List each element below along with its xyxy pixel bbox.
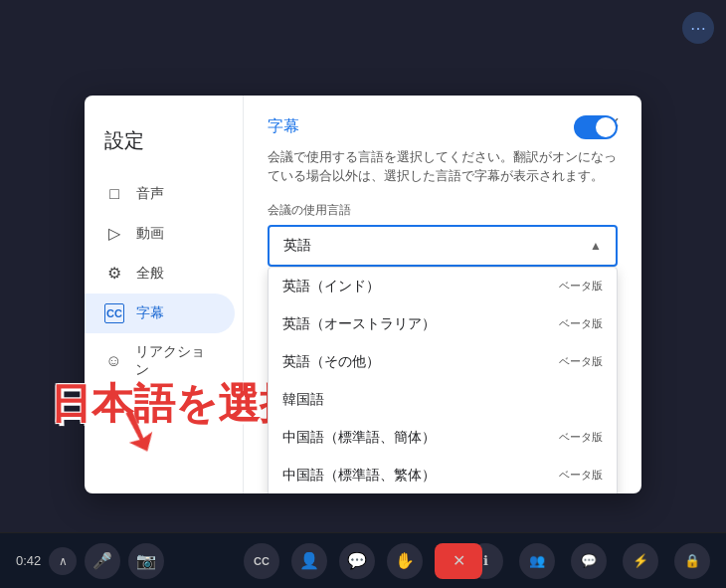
language-dropdown-selected[interactable]: 英語 ▲ bbox=[268, 225, 618, 267]
arrow-up-button[interactable]: ∧ bbox=[49, 547, 77, 575]
selected-language-text: 英語 bbox=[283, 237, 311, 255]
captions-icon: CC bbox=[104, 303, 124, 323]
language-dropdown-list: 英語（インド） ベータ版 英語（オーストラリア） ベータ版 英語（その他） ベー… bbox=[268, 267, 618, 493]
dropdown-item-label: 英語（その他） bbox=[282, 353, 380, 371]
sidebar-item-audio[interactable]: □ 音声 bbox=[85, 174, 235, 214]
sidebar-item-reactions[interactable]: ☺ リアクション bbox=[85, 333, 235, 389]
bottom-right-section: ℹ 👥 💬 ⚡ 🔒 bbox=[467, 543, 710, 579]
activity-button[interactable]: ⚡ bbox=[623, 543, 658, 579]
participants-icon-button[interactable]: 👥 bbox=[519, 543, 555, 579]
dropdown-item-label: 中国語（標準語、繁体） bbox=[282, 467, 436, 485]
dropdown-item-chinese-traditional[interactable]: 中国語（標準語、繁体） ベータ版 bbox=[269, 457, 617, 493]
beta-badge: ベータ版 bbox=[559, 279, 603, 294]
hand-button[interactable]: ✋ bbox=[387, 543, 423, 579]
bottom-left-section: 0:42 ∧ 🎤 📷 bbox=[16, 543, 164, 579]
dropdown-item-label: 韓国語 bbox=[282, 391, 324, 409]
dropdown-item-label: 英語（インド） bbox=[282, 278, 380, 295]
sidebar-item-general[interactable]: ⚙ 全般 bbox=[85, 254, 235, 294]
captions-button[interactable]: CC bbox=[244, 543, 279, 579]
video-icon: ▷ bbox=[104, 224, 124, 244]
sidebar-item-label: リアクション bbox=[135, 343, 215, 379]
dropdown-item-english-other[interactable]: 英語（その他） ベータ版 bbox=[269, 343, 617, 381]
beta-badge: ベータ版 bbox=[559, 354, 603, 369]
dropdown-item-korean[interactable]: 韓国語 bbox=[269, 381, 617, 419]
sidebar-item-captions[interactable]: CC 字幕 bbox=[85, 294, 235, 333]
captions-toggle[interactable] bbox=[574, 115, 618, 139]
language-label: 会議の使用言語 bbox=[268, 202, 618, 219]
section-header: 字幕 bbox=[268, 115, 618, 139]
sidebar-item-video[interactable]: ▷ 動画 bbox=[85, 214, 235, 254]
people-button[interactable]: 👤 bbox=[291, 543, 327, 579]
chevron-up-icon: ▲ bbox=[590, 239, 602, 253]
beta-badge: ベータ版 bbox=[559, 468, 603, 483]
sidebar-item-label: 音声 bbox=[136, 185, 164, 203]
language-dropdown-container: 英語 ▲ 英語（インド） ベータ版 英語（オーストラリア） ベータ版 英語（その… bbox=[268, 225, 618, 267]
chat-button[interactable]: 💬 bbox=[339, 543, 375, 579]
dropdown-item-english-australia[interactable]: 英語（オーストラリア） ベータ版 bbox=[269, 305, 617, 343]
sidebar-item-label: 字幕 bbox=[136, 304, 164, 322]
toggle-thumb bbox=[596, 117, 616, 137]
camera-button[interactable]: 📷 bbox=[128, 543, 164, 579]
section-description: 会議で使用する言語を選択してください。翻訳がオンになっている場合以外は、選択した… bbox=[268, 147, 618, 186]
beta-badge: ベータ版 bbox=[559, 430, 603, 445]
dropdown-item-english-india[interactable]: 英語（インド） ベータ版 bbox=[269, 268, 617, 305]
audio-icon: □ bbox=[104, 184, 124, 204]
message-button[interactable]: 💬 bbox=[571, 543, 607, 579]
end-call-button[interactable]: ✕ bbox=[435, 543, 482, 579]
sidebar-item-label: 全般 bbox=[136, 265, 164, 283]
dropdown-item-label: 中国語（標準語、簡体） bbox=[282, 429, 436, 447]
dialog-title: 設定 bbox=[85, 111, 243, 174]
gear-icon: ⚙ bbox=[104, 264, 124, 284]
lock-button[interactable]: 🔒 bbox=[674, 543, 710, 579]
bottom-bar: 0:42 ∧ 🎤 📷 CC 👤 💬 ✋ ✕ ℹ 👥 💬 ⚡ 🔒 bbox=[0, 532, 726, 588]
mic-button[interactable]: 🎤 bbox=[85, 543, 120, 579]
dropdown-item-chinese-simplified[interactable]: 中国語（標準語、簡体） ベータ版 bbox=[269, 419, 617, 457]
sidebar-item-label: 動画 bbox=[136, 225, 164, 243]
settings-main: × 字幕 会議で使用する言語を選択してください。翻訳がオンになっている場合以外は… bbox=[244, 96, 641, 493]
section-title: 字幕 bbox=[268, 116, 299, 137]
meeting-time: 0:42 bbox=[16, 553, 41, 568]
settings-sidebar: 設定 □ 音声 ▷ 動画 ⚙ 全般 CC 字幕 ☺ リアクション bbox=[85, 96, 244, 493]
reactions-icon: ☺ bbox=[104, 351, 123, 371]
dialog-backdrop: 設定 □ 音声 ▷ 動画 ⚙ 全般 CC 字幕 ☺ リアクション bbox=[0, 0, 726, 588]
dropdown-item-label: 英語（オーストラリア） bbox=[282, 315, 436, 333]
settings-dialog: 設定 □ 音声 ▷ 動画 ⚙ 全般 CC 字幕 ☺ リアクション bbox=[85, 96, 641, 493]
beta-badge: ベータ版 bbox=[559, 316, 603, 331]
bottom-center-section: CC 👤 💬 ✋ ✕ bbox=[244, 543, 482, 579]
